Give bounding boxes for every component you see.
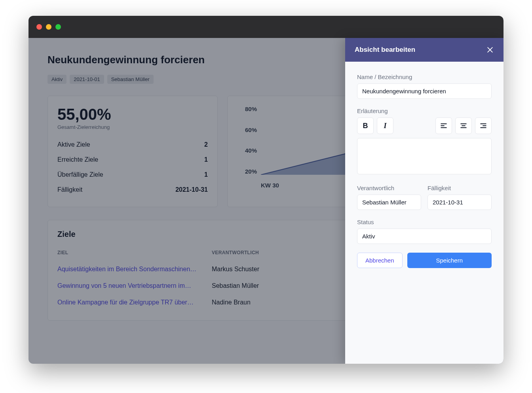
cancel-button[interactable]: Abbrechen <box>357 253 403 268</box>
window-maximize-dot[interactable] <box>55 24 61 30</box>
svg-rect-11 <box>481 127 486 128</box>
svg-rect-7 <box>462 125 465 126</box>
align-left-button[interactable] <box>435 117 452 134</box>
save-button[interactable]: Speichern <box>407 253 492 268</box>
field-faelligkeit: Fälligkeit <box>428 185 492 210</box>
name-label: Name / Bezeichnung <box>357 74 492 80</box>
name-input[interactable] <box>357 83 492 99</box>
svg-rect-8 <box>461 127 467 128</box>
verantwortlich-label: Verantwortlich <box>357 185 421 191</box>
erl-textarea[interactable] <box>357 138 492 174</box>
field-erlaeuterung: Erläuterung B I <box>357 108 492 176</box>
titlebar <box>28 16 504 38</box>
window-close-dot[interactable] <box>36 24 42 30</box>
svg-rect-3 <box>441 123 447 124</box>
svg-rect-9 <box>481 123 486 124</box>
edit-drawer: Absicht bearbeiten Name / Bezeichnung Er… <box>345 38 504 364</box>
faelligkeit-input[interactable] <box>428 195 492 210</box>
field-status: Status <box>357 219 492 244</box>
faelligkeit-label: Fälligkeit <box>428 185 492 191</box>
verantwortlich-input[interactable] <box>357 195 421 210</box>
align-right-button[interactable] <box>475 117 492 134</box>
svg-rect-4 <box>441 125 445 126</box>
erl-label: Erläuterung <box>357 108 492 114</box>
drawer-footer: Abbrechen Speichern <box>357 253 492 268</box>
svg-rect-6 <box>461 123 467 124</box>
italic-button[interactable]: I <box>377 117 393 134</box>
editor-toolbar: B I <box>357 117 492 134</box>
window-minimize-dot[interactable] <box>46 24 51 30</box>
status-label: Status <box>357 219 492 225</box>
align-center-button[interactable] <box>455 117 472 134</box>
svg-rect-5 <box>441 127 447 128</box>
bold-button[interactable]: B <box>357 117 374 134</box>
drawer-header: Absicht bearbeiten <box>345 38 504 62</box>
close-icon[interactable] <box>486 46 494 54</box>
field-name: Name / Bezeichnung <box>357 74 492 99</box>
drawer-title: Absicht bearbeiten <box>355 46 415 54</box>
field-verantwortlich: Verantwortlich <box>357 185 421 210</box>
status-input[interactable] <box>357 229 492 244</box>
svg-rect-10 <box>483 125 486 126</box>
